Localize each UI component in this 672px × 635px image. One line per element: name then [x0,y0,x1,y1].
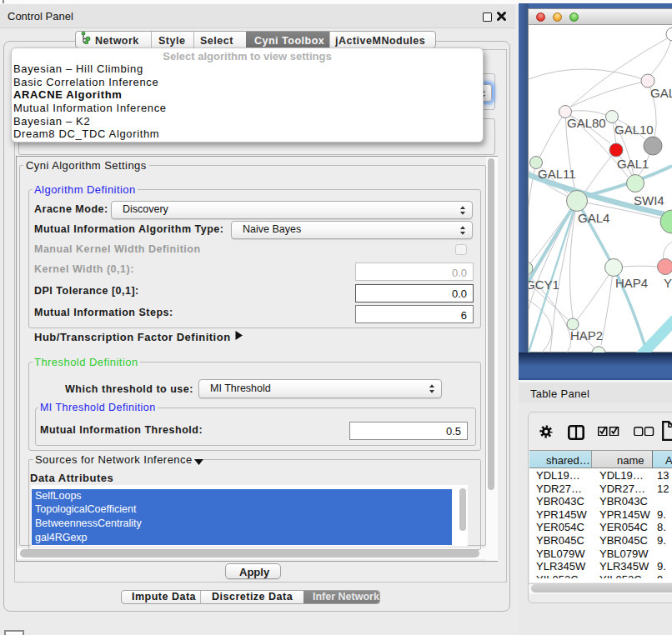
svg-text:GAL4: GAL4 [578,211,609,225]
svg-text:GAL80: GAL80 [567,116,606,130]
svg-text:GAL11: GAL11 [538,167,576,181]
svg-text:HAP2: HAP2 [570,328,603,342]
svg-text:GAL1: GAL1 [617,157,649,171]
svg-text:Y: Y [664,276,672,290]
svg-text:HAP4: HAP4 [615,276,648,290]
svg-text:SWI4: SWI4 [634,193,664,208]
svg-text:GAL10: GAL10 [614,122,654,137]
svg-text:GCY1: GCY1 [529,278,559,292]
svg-text:GAL2: GAL2 [650,86,672,100]
